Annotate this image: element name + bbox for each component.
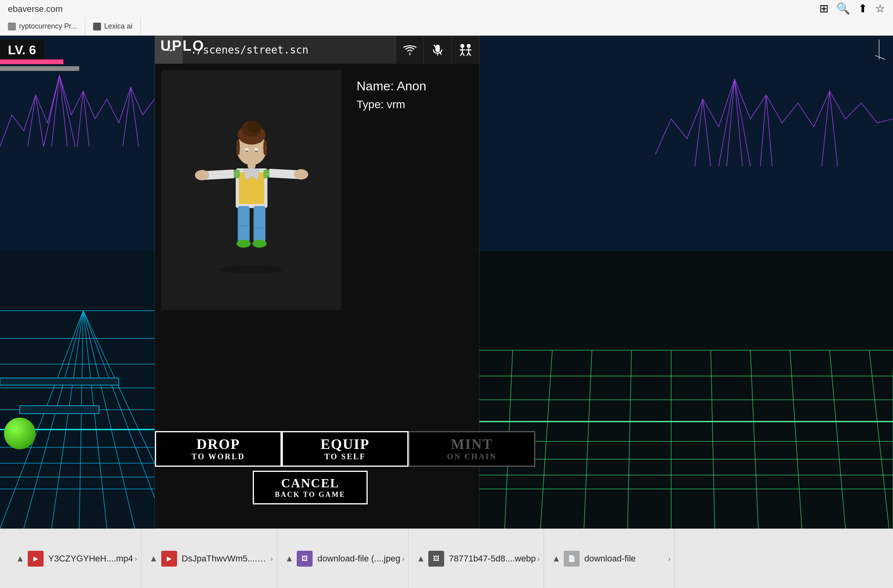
chevron-right-1: ›: [271, 554, 273, 563]
bookmark-icon[interactable]: ☆: [875, 2, 885, 15]
tab-label-lexica: Lexica ai: [104, 22, 132, 31]
download-icon-0: ▶: [28, 551, 44, 567]
equip-to-self-button[interactable]: EQUIP TO SELF: [282, 431, 408, 467]
modal-panel: → ./scenes/street.scn: [155, 36, 479, 529]
chevron-up-1: ▲: [149, 554, 158, 564]
character-type: Type: vrm: [357, 98, 426, 111]
download-filename-2: download-file (....jpeg: [317, 554, 400, 564]
level-bars: [0, 59, 87, 71]
game-world: LV. 6 → ./scenes/street.scn: [0, 36, 893, 529]
svg-rect-83: [239, 172, 264, 204]
download-filename-3: 78771b47-5d8....webp: [449, 554, 536, 564]
chevron-up-2: ▲: [285, 554, 294, 564]
xp-bar-pink: [0, 59, 63, 64]
svg-line-74: [460, 53, 462, 56]
svg-rect-20: [20, 406, 99, 414]
green-orb: [4, 418, 36, 449]
download-bar: ▲ ▶ Y3CZYGYHeH....mp4 › ▲ ▶ DsJpaThwvWm5…: [0, 529, 893, 588]
svg-rect-84: [238, 206, 250, 242]
cancel-button-container: CANCEL BACK TO GAME: [253, 471, 368, 504]
svg-rect-0: [0, 251, 166, 529]
svg-point-93: [294, 169, 308, 179]
svg-rect-101: [234, 170, 240, 178]
chevron-up-4: ▲: [552, 554, 561, 564]
svg-line-80: [469, 53, 471, 56]
svg-point-89: [252, 240, 267, 248]
wireframe-left: [0, 36, 166, 529]
download-item-0[interactable]: ▲ ▶ Y3CZYGYHeH....mp4 ›: [8, 529, 141, 588]
level-badge: LV. 6: [0, 40, 44, 61]
mic-off-icon-btn[interactable]: [424, 36, 451, 64]
share-icon[interactable]: ⬆: [858, 2, 867, 15]
chevron-up-0: ▲: [16, 554, 25, 564]
character-preview: [161, 70, 342, 310]
download-icon-4: 📄: [564, 551, 580, 567]
chevron-right-4: ›: [668, 554, 670, 563]
svg-point-98: [246, 121, 261, 133]
tab-label-crypto: ryptocurrency Pr...: [19, 22, 77, 31]
svg-rect-55: [655, 36, 893, 174]
character-svg: [180, 107, 323, 273]
modal-content: Name: Anon Type: vrm: [155, 64, 479, 321]
floor-grid-left: [0, 251, 166, 529]
modal-icon-bar: [396, 36, 479, 64]
wireframe-right: [473, 36, 893, 529]
svg-point-76: [467, 44, 471, 48]
address-bar[interactable]: ebaverse.com: [0, 2, 71, 16]
tab-icon-crypto: [8, 23, 16, 31]
translate-icon[interactable]: ⊞: [819, 2, 828, 15]
chevron-right-2: ›: [402, 554, 404, 563]
character-name: Name: Anon: [357, 79, 426, 94]
cancel-button[interactable]: CANCEL BACK TO GAME: [253, 471, 368, 504]
figure-icon-btn[interactable]: [451, 36, 479, 64]
download-icon-2: 🖼: [297, 551, 313, 567]
corner-decoration: [869, 40, 889, 63]
chevron-up-3: ▲: [416, 554, 425, 564]
svg-rect-85: [254, 206, 265, 242]
chevron-right-0: ›: [135, 554, 137, 563]
download-filename-4: download-file: [584, 554, 636, 564]
wifi-icon-btn[interactable]: [396, 36, 424, 64]
svg-point-92: [195, 170, 209, 180]
svg-line-79: [467, 53, 469, 56]
zoom-icon[interactable]: 🔍: [836, 2, 850, 15]
download-item-3[interactable]: ▲ 🖼 78771b47-5d8....webp ›: [408, 529, 544, 588]
download-item-2[interactable]: ▲ 🖼 download-file (....jpeg ›: [277, 529, 409, 588]
svg-point-81: [220, 265, 283, 273]
xp-bar-gray: [0, 66, 79, 71]
download-item-4[interactable]: ▲ 📄 download-file ›: [544, 529, 675, 588]
svg-rect-21: [0, 378, 119, 385]
svg-rect-102: [263, 170, 269, 178]
tab-lexica[interactable]: Lexica ai: [85, 17, 141, 35]
svg-point-71: [460, 44, 464, 48]
tab-icon-lexica: [93, 23, 101, 31]
action-buttons-row: DROP TO WORLD EQUIP TO SELF MINT ON CHAI…: [155, 431, 535, 467]
mint-on-chain-button[interactable]: MINT ON CHAIN: [408, 431, 535, 467]
browser-icons: ⊞ 🔍 ⬆ ☆: [819, 2, 885, 15]
svg-line-67: [875, 55, 885, 59]
download-filename-1: DsJpaThwvWm5....mp4: [182, 554, 269, 564]
download-filename-0: Y3CZYGYHeH....mp4: [48, 554, 133, 564]
scene-path: ./scenes/street.scn: [183, 36, 396, 64]
floor-grid-right: [473, 251, 893, 529]
download-icon-1: ▶: [161, 551, 177, 567]
tab-cryptocurrency[interactable]: ryptocurrency Pr...: [0, 17, 85, 35]
upload-label: UPLO: [155, 36, 211, 56]
mountains-right: [655, 36, 893, 174]
svg-point-88: [237, 240, 251, 248]
svg-rect-33: [473, 251, 893, 529]
download-item-1[interactable]: ▲ ▶ DsJpaThwvWm5....mp4 ›: [141, 529, 277, 588]
browser-chrome: ebaverse.com ⊞ 🔍 ⬆ ☆ ryptocurrency Pr...…: [0, 0, 893, 36]
download-icon-3: 🖼: [428, 551, 444, 567]
drop-to-world-button[interactable]: DROP TO WORLD: [155, 431, 282, 467]
character-info: Name: Anon Type: vrm: [345, 67, 438, 318]
svg-line-75: [462, 53, 464, 56]
chevron-right-3: ›: [537, 554, 540, 563]
browser-tabs: ryptocurrency Pr... Lexica ai: [0, 17, 141, 35]
